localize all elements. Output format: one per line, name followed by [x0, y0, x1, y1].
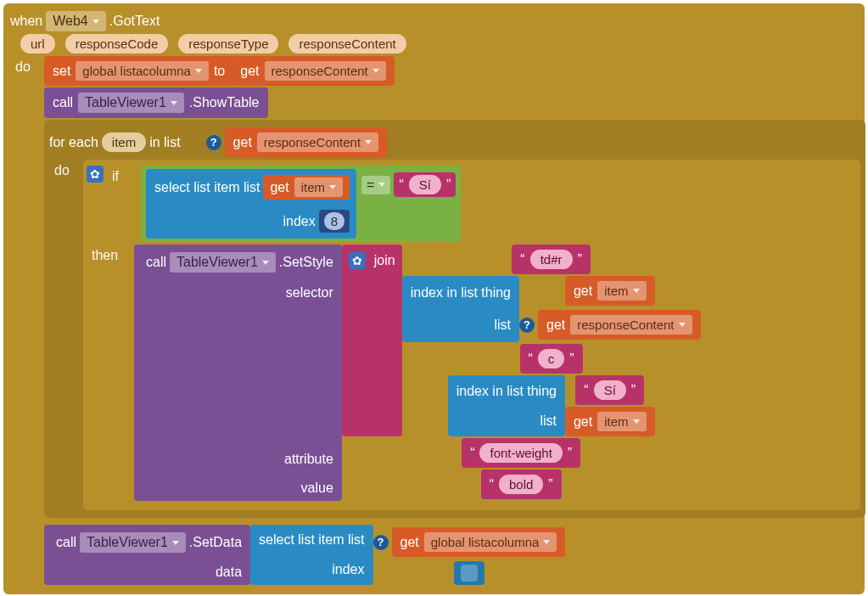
foreach-block[interactable]: for each item in list ? get responseCont…	[44, 120, 865, 518]
quote-close: ”	[446, 177, 451, 193]
list-label-1: list	[494, 318, 511, 333]
join-label: join	[374, 253, 395, 268]
select-list-label: select list item list	[154, 180, 260, 195]
get-label: get	[240, 64, 259, 79]
get-label-5: get	[546, 318, 565, 333]
text-si-2[interactable]: Sí	[594, 380, 626, 400]
text-block-si[interactable]: “ Sí ”	[394, 172, 456, 197]
text-block-bold[interactable]: “ bold ”	[481, 469, 562, 499]
number-block-8[interactable]: 8	[319, 210, 350, 233]
text-tdr[interactable]: td#r	[530, 250, 573, 269]
then-label: then	[87, 245, 131, 267]
get-item-block-2[interactable]: get item	[565, 276, 655, 306]
equals-dropdown[interactable]: =	[361, 176, 390, 194]
index-in-list-block-1[interactable]: index in list thing list get item	[402, 276, 701, 342]
if-block[interactable]: ✿ if select list item list get	[83, 160, 860, 510]
help-icon-3[interactable]: ?	[373, 535, 389, 550]
index-value[interactable]: 8	[324, 212, 344, 230]
param-responseType[interactable]: responseType	[178, 34, 278, 53]
if-label: if	[107, 166, 137, 188]
index-label-2: index	[332, 562, 364, 577]
text-bold[interactable]: bold	[499, 475, 543, 494]
quote-close-5: ”	[568, 446, 572, 461]
get-label-7: get	[400, 535, 419, 550]
get-label-6: get	[574, 414, 592, 430]
call-label: call	[53, 95, 73, 110]
compare-block[interactable]: select list item list get item	[141, 166, 461, 242]
get-label-4: get	[574, 284, 592, 299]
text-block-fontweight[interactable]: “ font-weight ”	[462, 438, 580, 468]
get-listacolumna-block[interactable]: get global listacolumna	[392, 527, 566, 557]
foreach-label: for each	[49, 135, 98, 150]
event-block-when-gottext[interactable]: when Web4 .GotText url responseCode resp…	[3, 3, 865, 594]
param-responseCode[interactable]: responseCode	[65, 34, 169, 53]
variable-dropdown-responsecontent-2[interactable]: responseContent	[257, 132, 378, 152]
variable-dropdown-item[interactable]: item	[294, 177, 343, 197]
component-dropdown-web4[interactable]: Web4	[46, 11, 106, 31]
component-dropdown-tableviewer1-c[interactable]: TableViewer1	[80, 532, 186, 553]
inlist-label: in list	[149, 135, 180, 150]
arg-value-label: value	[301, 481, 333, 496]
call-setstyle-block[interactable]: call TableViewer1 .SetStyle selector att…	[134, 245, 701, 501]
quote-close-6: ”	[548, 477, 552, 492]
quote-open-3: “	[529, 351, 533, 367]
method-setstyle-label: .SetStyle	[279, 255, 333, 270]
variable-dropdown-item-3[interactable]: item	[597, 412, 646, 431]
index-in-list-label-2: index in list thing	[456, 384, 557, 399]
variable-dropdown-item-2[interactable]: item	[597, 281, 646, 301]
param-url[interactable]: url	[20, 34, 55, 53]
quote-open: “	[399, 177, 403, 193]
param-responseContent[interactable]: responseContent	[288, 34, 406, 53]
join-block[interactable]: ✿ join “ td#r ”	[342, 245, 701, 436]
set-label: set	[53, 64, 70, 79]
item-variable[interactable]: item	[102, 132, 146, 152]
help-icon-2[interactable]: ?	[519, 318, 535, 333]
arg-attribute-label: attribute	[284, 452, 333, 467]
help-icon[interactable]: ?	[206, 135, 221, 150]
select-list-item-block-2[interactable]: select list item list index ? get global…	[250, 525, 565, 585]
index-in-list-block-2[interactable]: index in list thing list “ Sí	[448, 375, 655, 436]
text-block-si-2[interactable]: “ Sí ”	[575, 375, 644, 405]
index-in-list-label-1: index in list thing	[411, 285, 511, 301]
index-label: index	[283, 214, 315, 229]
quote-close-3: ”	[569, 351, 574, 367]
gear-icon[interactable]: ✿	[87, 166, 104, 183]
variable-dropdown-responsecontent-3[interactable]: responseContent	[570, 315, 692, 335]
component-dropdown-tableviewer1-a[interactable]: TableViewer1	[78, 93, 184, 113]
text-c[interactable]: c	[538, 349, 565, 368]
variable-dropdown-responsecontent[interactable]: responseContent	[265, 61, 386, 81]
get-label-3: get	[270, 180, 288, 195]
do-label: do	[10, 56, 41, 78]
arg-selector-label: selector	[286, 285, 333, 301]
method-showtable-label: .ShowTable	[189, 95, 260, 110]
do-label-2: do	[49, 160, 80, 182]
set-global-block[interactable]: set global listacolumna to get responseC…	[44, 56, 395, 86]
get-label-2: get	[233, 135, 252, 150]
gear-icon-2[interactable]: ✿	[349, 252, 366, 269]
text-block-tdr[interactable]: “ td#r ”	[512, 245, 591, 274]
quote-open-5: “	[470, 446, 474, 461]
quote-open-2: “	[520, 252, 524, 267]
text-fontweight[interactable]: font-weight	[479, 443, 562, 463]
call-label-3: call	[56, 535, 76, 550]
variable-dropdown-listacolumna[interactable]: global listacolumna	[76, 61, 209, 81]
get-item-block[interactable]: get item	[263, 175, 350, 200]
quote-open-4: “	[584, 383, 588, 398]
component-dropdown-tableviewer1-b[interactable]: TableViewer1	[170, 252, 276, 273]
select-list-label-2: select list item list	[259, 532, 364, 548]
text-block-c[interactable]: “ c ”	[520, 344, 583, 374]
variable-dropdown-listacolumna-2[interactable]: global listacolumna	[424, 532, 557, 552]
quote-close-2: ”	[578, 252, 582, 267]
get-item-block-3[interactable]: get item	[565, 407, 655, 436]
event-method-label: .GotText	[109, 14, 160, 29]
quote-close-4: ”	[631, 383, 636, 398]
arg-data-label: data	[216, 565, 242, 580]
call-showtable-block[interactable]: call TableViewer1 .ShowTable	[44, 87, 268, 118]
select-list-item-block[interactable]: select list item list get item	[146, 169, 356, 239]
get-responsecontent-block[interactable]: get responseContent	[225, 127, 388, 157]
get-responsecontent-block-2[interactable]: get responseContent	[538, 310, 701, 340]
method-setdata-label: .SetData	[189, 535, 242, 550]
empty-index-socket[interactable]	[454, 561, 484, 585]
call-setdata-block[interactable]: call TableViewer1 .SetData data select l…	[44, 525, 565, 585]
text-si[interactable]: Sí	[409, 175, 441, 194]
